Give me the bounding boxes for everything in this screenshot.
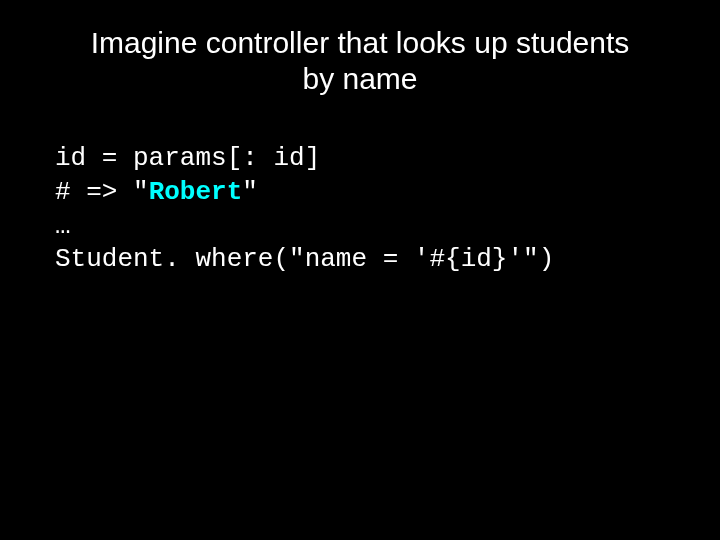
code-line-2: # => "Robert" — [55, 176, 670, 210]
code-highlight-robert: Robert — [149, 177, 243, 207]
code-line-2-suffix: " — [242, 177, 258, 207]
slide-title: Imagine controller that looks up student… — [50, 25, 670, 97]
code-line-4: Student. where("name = '#{id}'") — [55, 243, 670, 277]
code-line-3: … — [55, 210, 670, 244]
slide-container: Imagine controller that looks up student… — [0, 0, 720, 540]
code-line-2-prefix: # => " — [55, 177, 149, 207]
code-block: id = params[: id] # => "Robert" … Studen… — [50, 142, 670, 277]
code-line-1: id = params[: id] — [55, 142, 670, 176]
